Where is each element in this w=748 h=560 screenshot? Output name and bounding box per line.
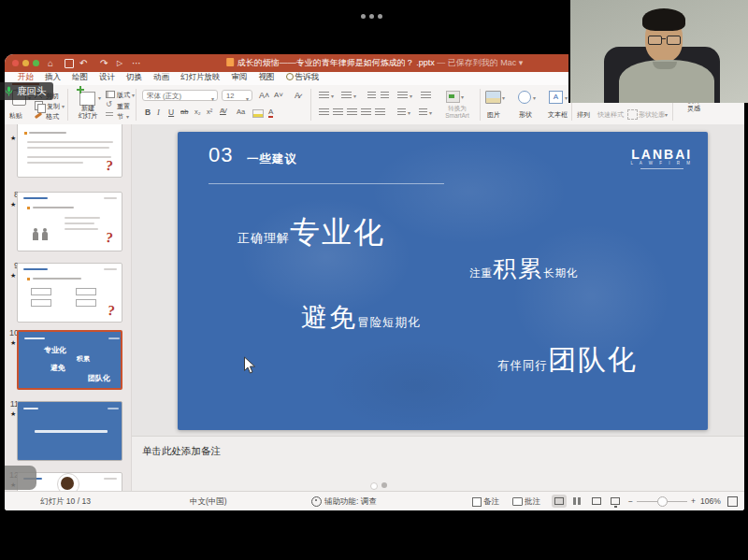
tab-transitions[interactable]: 切换 <box>121 72 148 85</box>
header-line <box>23 268 48 270</box>
section-icon <box>106 112 113 118</box>
slide[interactable]: 03 一些建议 LANBAI L A W F I R M 正确理解专业化 注重积… <box>178 132 708 430</box>
shrink-font-button[interactable]: A˅ <box>274 91 283 99</box>
play-icon[interactable]: ▷ <box>117 54 122 72</box>
close-button[interactable] <box>12 60 19 66</box>
pane-dot-icon[interactable] <box>370 482 378 490</box>
logo-text: LANBAI <box>630 148 693 161</box>
font-size-select[interactable]: 12▾ <box>222 90 252 101</box>
convert-smartart-label[interactable]: 转换为SmartArt <box>439 105 476 119</box>
shapes-label[interactable]: 形状 <box>519 110 532 120</box>
smartart-icon <box>446 91 460 103</box>
more-icon[interactable]: ⋯ <box>132 54 141 72</box>
underline-button[interactable]: U <box>168 108 174 117</box>
align-text-icon[interactable] <box>419 108 427 116</box>
align-right-icon[interactable] <box>347 108 357 116</box>
line-spacing-icon[interactable] <box>397 92 408 99</box>
shapes-icon <box>518 91 531 104</box>
header-line <box>23 408 38 409</box>
logo-line <box>104 197 117 199</box>
justify-icon[interactable] <box>361 108 371 116</box>
zoom-button[interactable] <box>33 60 39 66</box>
reading-view-button[interactable] <box>589 495 604 508</box>
chevron-down-icon: ▾ <box>533 94 536 101</box>
bold-button[interactable]: B <box>145 108 151 117</box>
save-icon[interactable] <box>65 59 74 68</box>
new-slide-label[interactable]: 新建幻灯片 <box>74 105 102 119</box>
slide-section-number: 03 <box>209 143 233 167</box>
slide-thumbnail-8[interactable]: ? <box>17 192 122 251</box>
tab-animations[interactable]: 动画 <box>148 72 175 85</box>
distribute-icon[interactable] <box>375 108 385 116</box>
slide-counter[interactable]: 幻灯片 10 / 13 <box>40 492 91 510</box>
slide-thumbnail-7[interactable]: ? <box>17 124 122 178</box>
shape-outline-icon[interactable] <box>627 109 638 120</box>
tab-draw[interactable]: 绘图 <box>66 72 94 85</box>
minimize-button[interactable] <box>22 60 29 66</box>
home-icon[interactable]: ⌂ <box>48 54 53 72</box>
fit-to-window-icon[interactable] <box>727 496 738 507</box>
bullets-icon[interactable] <box>319 92 329 99</box>
redo-icon[interactable]: ↷ <box>100 54 108 72</box>
subscript-button[interactable]: x₂ <box>194 108 201 116</box>
notes-placeholder[interactable]: 单击此处添加备注 <box>142 445 221 458</box>
tab-review[interactable]: 审阅 <box>226 72 253 85</box>
tab-view[interactable]: 视图 <box>253 72 280 85</box>
textbox-icon: A <box>549 91 563 104</box>
picture-label[interactable]: 图片 <box>487 110 500 120</box>
copy-icon <box>35 101 43 110</box>
font-name-select[interactable]: 宋体 (正文)▾ <box>142 90 218 101</box>
quick-styles-label[interactable]: 快速样式 <box>597 110 624 120</box>
tab-design[interactable]: 设计 <box>94 72 121 85</box>
italic-button[interactable]: I <box>157 108 160 117</box>
slideshow-view-button[interactable] <box>608 495 623 508</box>
normal-view-button[interactable] <box>552 495 567 508</box>
slide-thumbnail-9[interactable]: ? <box>17 263 122 323</box>
zoom-out-button[interactable]: − <box>628 492 633 510</box>
zoom-percentage[interactable]: 106% <box>700 492 721 510</box>
shape-outline-label[interactable]: 形状轮廓 <box>639 110 665 120</box>
language-indicator[interactable]: 中文(中国) <box>190 492 227 510</box>
logo-tagline-line <box>640 168 683 172</box>
notes-pane[interactable]: 单击此处添加备注 <box>132 436 744 491</box>
numbering-icon[interactable] <box>341 92 352 99</box>
arrange-label[interactable]: 排列 <box>577 110 590 120</box>
superscript-button[interactable]: x² <box>207 108 212 116</box>
increase-indent-icon[interactable] <box>381 92 389 99</box>
zoom-in-button[interactable]: + <box>691 492 696 510</box>
comments-toggle[interactable]: 批注 <box>525 492 540 510</box>
paste-label[interactable]: 粘贴 <box>9 111 22 121</box>
title-chevron-icon[interactable]: ▾ <box>519 58 524 67</box>
tab-tellme[interactable]: 告诉我 <box>280 72 325 85</box>
screen-menu-dots[interactable] <box>359 6 384 22</box>
zoom-slider-knob[interactable] <box>657 496 668 507</box>
slide-thumbnail-10-selected[interactable]: 专业化 积累 避免 团队化 <box>17 330 122 390</box>
align-center-icon[interactable] <box>333 108 343 116</box>
diagram-box <box>31 288 51 295</box>
decrease-indent-icon[interactable] <box>367 92 376 99</box>
slide-canvas[interactable]: 03 一些建议 LANBAI L A W F I R M 正确理解专业化 注重积… <box>132 124 744 436</box>
strikethrough-button[interactable]: ab <box>180 108 188 116</box>
undo-icon[interactable]: ↶ <box>79 54 87 72</box>
highlight-color-button[interactable] <box>252 109 264 118</box>
textbox-label[interactable]: 文本框 <box>548 110 568 120</box>
notes-toggle[interactable]: 备注 <box>483 492 499 510</box>
char-spacing-button[interactable]: AV <box>220 108 226 114</box>
tab-slideshow[interactable]: 幻灯片放映 <box>175 72 226 85</box>
text-line <box>33 207 74 208</box>
change-case-button[interactable]: Aa <box>237 108 245 116</box>
align-left-icon[interactable] <box>319 108 329 116</box>
webcam-name-badge: 鹿回头 <box>0 82 53 100</box>
accessibility-status[interactable]: 辅助功能: 调查 <box>324 492 377 510</box>
columns-icon[interactable] <box>421 92 431 99</box>
mouse-cursor-icon <box>243 356 256 375</box>
glasses <box>648 36 680 44</box>
slide-thumbnail-11[interactable] <box>17 401 122 461</box>
slide-sorter-view-button[interactable] <box>570 495 585 508</box>
notes-toggle-icon <box>472 497 482 507</box>
clear-format-button[interactable]: A̷ <box>295 91 300 100</box>
text-direction-icon[interactable] <box>397 108 406 116</box>
grow-font-button[interactable]: A˄ <box>259 91 269 100</box>
font-color-button[interactable]: A <box>268 108 273 118</box>
pane-dot-icon[interactable] <box>381 482 387 488</box>
